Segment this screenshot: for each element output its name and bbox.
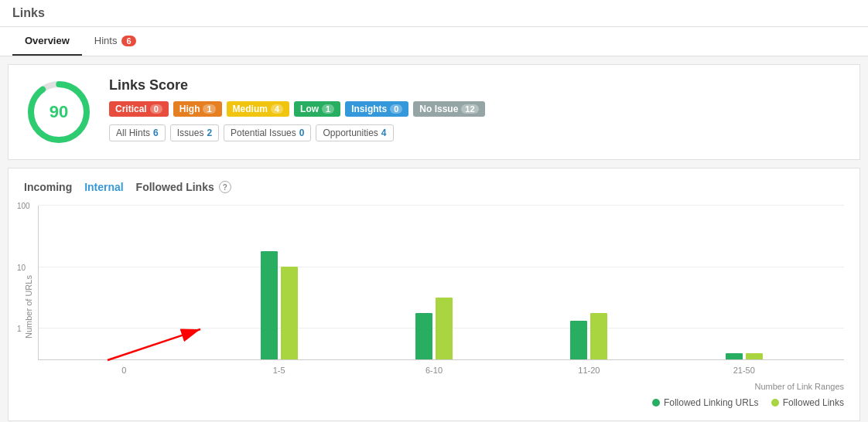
badge-medium-label: Medium: [233, 104, 268, 114]
badge-medium[interactable]: Medium 4: [227, 101, 289, 117]
x-label-6-10: 6-10: [415, 366, 453, 375]
badge-high[interactable]: High 1: [173, 101, 222, 117]
y-label-100: 100: [17, 202, 30, 210]
badge-insights-label: Insights: [351, 104, 387, 114]
legend-item-lime: Followed Links: [771, 397, 844, 408]
legend-label-green: Followed Linking URLs: [664, 397, 759, 408]
badge-noissue-count: 12: [461, 104, 478, 114]
score-donut: 90: [24, 77, 94, 147]
score-title: Links Score: [109, 77, 844, 94]
badge-critical[interactable]: Critical 0: [109, 101, 169, 117]
chart-area: 1 10 100 01-56-1011-2021-50 Number of Li…: [38, 206, 844, 408]
hint-all-hints-count: 6: [153, 128, 159, 138]
score-content: Links Score Critical 0 High 1 Medium 4 L…: [109, 77, 844, 141]
hint-issues[interactable]: Issues 2: [170, 124, 219, 141]
hint-potential-issues-label: Potential Issues: [231, 128, 296, 138]
hint-opportunities-label: Opportunities: [323, 128, 378, 138]
help-icon[interactable]: ?: [219, 181, 231, 193]
hint-all-hints[interactable]: All Hints 6: [109, 124, 166, 141]
badge-noissue-label: No Issue: [419, 104, 458, 114]
badge-low-label: Low: [300, 104, 319, 114]
x-label-21-50: 21-50: [726, 366, 763, 375]
tab-hints-badge: 6: [121, 36, 135, 46]
bar-green-6-10: [415, 313, 432, 359]
tab-hints[interactable]: Hints 6: [82, 27, 149, 56]
hints-row: All Hints 6 Issues 2 Potential Issues 0 …: [109, 124, 844, 141]
badge-critical-label: Critical: [115, 104, 147, 114]
badge-critical-count: 0: [150, 104, 162, 114]
bar-green-1-5: [261, 251, 278, 359]
badges-row: Critical 0 High 1 Medium 4 Low 1 Insight…: [109, 101, 844, 117]
legend-label-lime: Followed Links: [783, 397, 844, 408]
legend-dot-green: [652, 399, 660, 407]
page-wrapper: Links Overview Hints 6 90 Links Scor: [0, 0, 868, 421]
bar-lime-6-10: [436, 298, 453, 359]
hint-all-hints-label: All Hints: [116, 128, 150, 138]
page-title: Links: [12, 6, 45, 19]
badge-noissue[interactable]: No Issue 12: [413, 101, 484, 117]
badge-insights[interactable]: Insights 0: [345, 101, 408, 117]
tab-overview[interactable]: Overview: [12, 27, 82, 56]
score-panel: 90 Links Score Critical 0 High 1 Medium …: [8, 64, 860, 160]
badge-medium-count: 4: [271, 104, 283, 114]
chart-container: Number of URLs 1 10 100 01-56-1011-2021-…: [24, 206, 844, 408]
x-label-11-20: 11-20: [570, 366, 607, 375]
x-axis-title: Number of Link Ranges: [38, 382, 844, 391]
y-label-10: 10: [17, 263, 26, 271]
bar-lime-1-5: [281, 267, 298, 359]
badge-low[interactable]: Low 1: [294, 101, 340, 117]
page-header: Links: [0, 0, 868, 27]
hint-opportunities[interactable]: Opportunities 4: [316, 124, 393, 141]
badge-high-label: High: [179, 104, 200, 114]
chart-section: Incoming Internal Followed Links ? Numbe…: [8, 168, 860, 421]
chart-title: Incoming Internal Followed Links ?: [24, 181, 844, 193]
chart-title-followed: Followed Links: [136, 181, 214, 193]
legend-item-green: Followed Linking URLs: [652, 397, 759, 408]
grid-line-100: 100: [39, 205, 844, 206]
tab-overview-label: Overview: [25, 35, 70, 46]
chart-title-space2: [128, 181, 132, 193]
hint-issues-label: Issues: [177, 128, 204, 138]
badge-low-count: 1: [322, 104, 334, 114]
score-value: 90: [50, 102, 68, 122]
x-label-1-5: 1-5: [261, 366, 298, 375]
bar-green-21-50: [726, 353, 743, 359]
bar-lime-11-20: [590, 313, 607, 359]
hint-potential-issues[interactable]: Potential Issues 0: [224, 124, 311, 141]
badge-insights-count: 0: [390, 104, 402, 114]
badge-high-count: 1: [203, 104, 215, 114]
chart-inner: 1 10 100 01-56-1011-2021-50: [38, 206, 844, 360]
chart-legend: Followed Linking URLs Followed Links: [38, 397, 844, 408]
bar-green-11-20: [570, 321, 587, 359]
y-label-1: 1: [17, 325, 22, 333]
chart-title-incoming: Incoming: [24, 181, 72, 193]
legend-dot-lime: [771, 399, 779, 407]
hint-issues-count: 2: [207, 128, 212, 138]
tab-hints-label: Hints: [94, 35, 118, 46]
tabs-bar: Overview Hints 6: [0, 27, 868, 56]
hint-potential-issues-count: 0: [299, 128, 305, 138]
bar-lime-21-50: [746, 353, 763, 359]
x-label-0: 0: [105, 366, 142, 375]
hint-opportunities-count: 4: [381, 128, 387, 138]
chart-title-internal: Internal: [84, 181, 124, 193]
y-axis-label: Number of URLs: [24, 206, 33, 408]
grid-line-10: 10: [39, 267, 844, 267]
chart-title-space: [77, 181, 80, 193]
